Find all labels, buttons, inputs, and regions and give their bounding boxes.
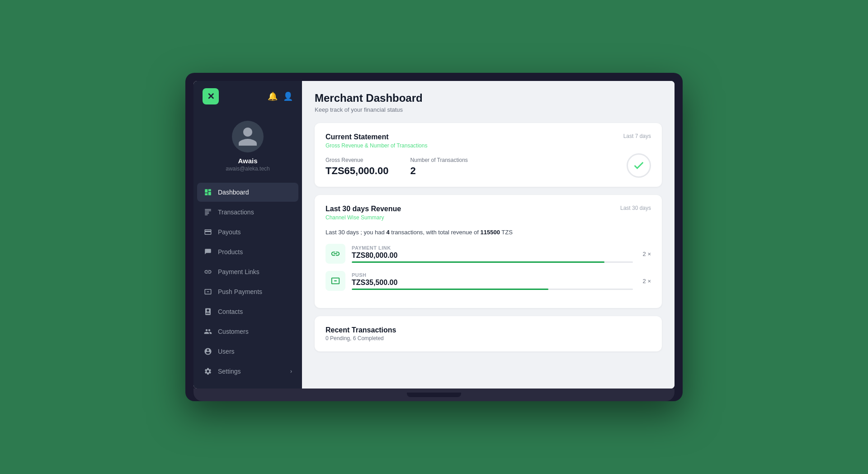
- sidebar-item-customers[interactable]: Customers: [197, 322, 298, 341]
- transactions-col: Number of Transactions 2: [410, 157, 467, 177]
- push-icon: [330, 276, 340, 286]
- sidebar-item-customers-label: Customers: [218, 328, 249, 335]
- current-statement-subtitle: Gross Revenue & Number of Transactions: [326, 142, 427, 149]
- push-count: 2 ×: [643, 278, 651, 284]
- last30-badge: Last 30 days: [620, 205, 651, 211]
- payment-link-icon: [330, 249, 340, 259]
- sidebar: ✕ 🔔 👤 Awais awais@aleka.tech: [193, 81, 302, 389]
- payment-link-count: 2 ×: [643, 251, 651, 257]
- current-statement-header-left: Current Statement Gross Revenue & Number…: [326, 133, 427, 149]
- contacts-icon: [203, 307, 212, 316]
- total-revenue-strong: 115500: [481, 229, 500, 236]
- logo-icon[interactable]: ✕: [203, 88, 219, 104]
- last30-header-left: Last 30 days Revenue Channel Wise Summar…: [326, 205, 401, 221]
- profile-icon[interactable]: 👤: [283, 91, 293, 101]
- payment-link-label: PAYMENT LINK: [352, 245, 633, 251]
- payouts-icon: [203, 228, 212, 237]
- sidebar-item-payment-links[interactable]: Payment Links: [197, 262, 298, 281]
- sidebar-item-users[interactable]: Users: [197, 342, 298, 361]
- current-statement-header: Current Statement Gross Revenue & Number…: [326, 133, 651, 149]
- push-payments-icon: [203, 287, 212, 296]
- gross-revenue-label: Gross Revenue: [326, 157, 388, 163]
- gross-revenue-col: Gross Revenue TZS65,000.00: [326, 157, 388, 177]
- last30-subtitle: Channel Wise Summary: [326, 214, 401, 221]
- push-bar-fill: [352, 289, 548, 290]
- payment-link-bar-fill: [352, 261, 604, 263]
- sidebar-item-contacts-label: Contacts: [218, 308, 243, 315]
- avatar-icon: [236, 125, 259, 148]
- recent-transactions-subtitle: 0 Pending, 6 Completed: [326, 335, 651, 341]
- statement-row: Gross Revenue TZS65,000.00 Number of Tra…: [326, 157, 651, 177]
- recent-transactions-card: Recent Transactions 0 Pending, 6 Complet…: [315, 316, 662, 351]
- push-bar-bg: [352, 289, 633, 290]
- sidebar-item-push-payments-label: Push Payments: [218, 288, 262, 295]
- user-email: awais@aleka.tech: [226, 166, 270, 172]
- push-label: PUSH: [352, 272, 633, 278]
- users-icon: [203, 347, 212, 356]
- settings-arrow: ›: [290, 368, 292, 374]
- checkmark-icon: [632, 159, 645, 172]
- products-icon: [203, 247, 212, 256]
- nav-menu: Dashboard Transactions Payouts: [193, 183, 302, 389]
- transactions-icon: [203, 208, 212, 217]
- revenue-summary-text: Last 30 days ; you had 4 transactions, w…: [326, 229, 651, 236]
- sidebar-item-payouts-label: Payouts: [218, 228, 241, 236]
- channel-item-push: PUSH TZS35,500.00 2 ×: [326, 271, 651, 291]
- sidebar-item-payment-links-label: Payment Links: [218, 268, 259, 275]
- check-circle: [627, 153, 651, 178]
- sidebar-item-transactions[interactable]: Transactions: [197, 203, 298, 222]
- transaction-count-strong: 4: [386, 229, 389, 236]
- page-title: Merchant Dashboard: [315, 92, 662, 104]
- dashboard-icon: [203, 188, 212, 197]
- user-name: Awais: [238, 157, 257, 165]
- sidebar-item-push-payments[interactable]: Push Payments: [197, 282, 298, 301]
- laptop-notch: [407, 393, 461, 397]
- sidebar-item-products[interactable]: Products: [197, 242, 298, 261]
- last30-card: Last 30 days Revenue Channel Wise Summar…: [315, 195, 662, 308]
- gross-revenue-value: TZS65,000.00: [326, 165, 388, 177]
- push-channel-info: PUSH TZS35,500.00: [352, 272, 633, 290]
- payment-link-bar-bg: [352, 261, 633, 263]
- sidebar-item-transactions-label: Transactions: [218, 209, 254, 216]
- channel-item-payment-link: PAYMENT LINK TZS80,000.00 2 ×: [326, 244, 651, 264]
- sidebar-item-users-label: Users: [218, 348, 235, 355]
- sidebar-item-payouts[interactable]: Payouts: [197, 223, 298, 242]
- payment-links-icon: [203, 267, 212, 276]
- current-statement-title: Current Statement: [326, 133, 427, 141]
- user-profile: Awais awais@aleka.tech: [193, 112, 302, 183]
- sidebar-item-contacts[interactable]: Contacts: [197, 302, 298, 321]
- settings-icon: [203, 367, 212, 376]
- sidebar-item-settings-label: Settings: [218, 368, 241, 375]
- push-amount: TZS35,500.00: [352, 279, 633, 287]
- avatar: [232, 121, 264, 152]
- sidebar-header: ✕ 🔔 👤: [193, 81, 302, 112]
- sidebar-item-products-label: Products: [218, 248, 243, 256]
- payment-link-channel-info: PAYMENT LINK TZS80,000.00: [352, 245, 633, 263]
- notification-icon[interactable]: 🔔: [268, 91, 278, 101]
- customers-icon: [203, 327, 212, 336]
- last30-header: Last 30 days Revenue Channel Wise Summar…: [326, 205, 651, 221]
- push-channel-icon: [326, 271, 345, 291]
- current-statement-badge: Last 7 days: [623, 133, 651, 139]
- last30-title: Last 30 days Revenue: [326, 205, 401, 213]
- transactions-value: 2: [410, 165, 467, 177]
- transactions-label: Number of Transactions: [410, 157, 467, 163]
- payment-link-amount: TZS80,000.00: [352, 251, 633, 260]
- sidebar-item-dashboard-label: Dashboard: [218, 189, 249, 196]
- current-statement-card: Current Statement Gross Revenue & Number…: [315, 123, 662, 187]
- payment-link-channel-icon: [326, 244, 345, 264]
- header-icons: 🔔 👤: [268, 91, 293, 101]
- recent-transactions-title: Recent Transactions: [326, 326, 651, 334]
- page-subtitle: Keep track of your financial status: [315, 106, 662, 113]
- sidebar-item-dashboard[interactable]: Dashboard: [197, 183, 298, 202]
- sidebar-item-settings[interactable]: Settings ›: [197, 362, 298, 381]
- main-content: Merchant Dashboard Keep track of your fi…: [302, 81, 675, 389]
